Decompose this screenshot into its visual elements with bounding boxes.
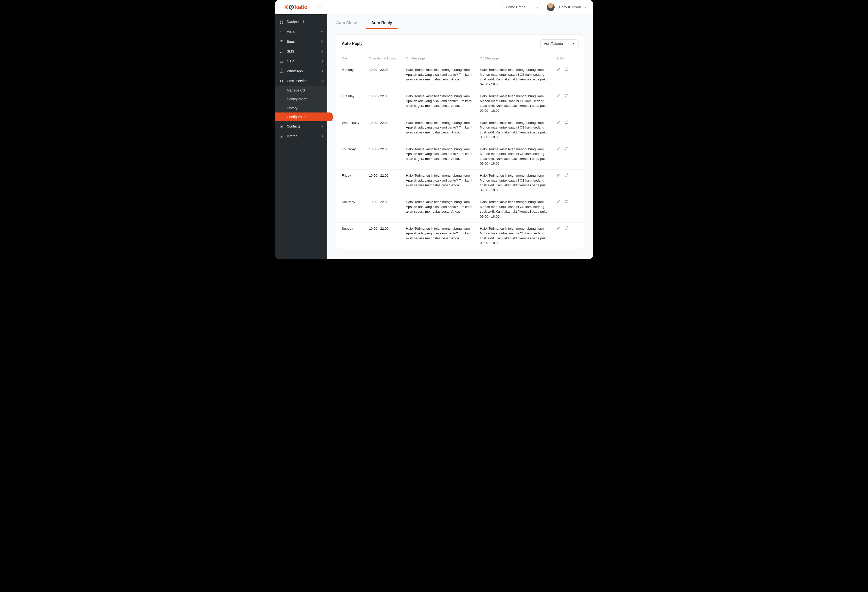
cell-on-message: Halo! Terima kasih telah menghubungi kam… bbox=[406, 199, 480, 214]
repeat-icon[interactable] bbox=[565, 226, 568, 230]
sidebar-item-label: Email bbox=[287, 40, 295, 43]
cell-actions bbox=[556, 147, 579, 151]
svg-point-14 bbox=[281, 135, 282, 136]
cell-off-message: Halo! Terima kasih telah menghubungi kam… bbox=[480, 199, 556, 219]
col-action: Action bbox=[556, 56, 579, 60]
repeat-icon[interactable] bbox=[565, 94, 568, 98]
hamburger-icon[interactable] bbox=[317, 5, 322, 9]
edit-icon[interactable] bbox=[556, 199, 560, 204]
table-row: Sunday10.00 - 22.00Halo! Terima kasih te… bbox=[337, 223, 584, 249]
sidebar-item-label: Cust. Service bbox=[287, 79, 307, 83]
mail-icon bbox=[279, 40, 283, 43]
cell-on-message: Halo! Terima kasih telah menghubungi kam… bbox=[406, 67, 480, 82]
sidebar-item-label: OTP bbox=[287, 59, 294, 63]
col-on-message: On Message bbox=[406, 56, 480, 60]
sidebar: Dashboard Voice Email SMS OTP bbox=[275, 14, 327, 259]
logo: K katto bbox=[284, 4, 307, 10]
repeat-icon[interactable] bbox=[565, 199, 568, 204]
grid-icon bbox=[279, 20, 283, 24]
logo-k: K bbox=[284, 4, 288, 10]
svg-rect-8 bbox=[280, 61, 283, 62]
table-row: Friday10.00 - 22.00Halo! Terima kasih te… bbox=[337, 170, 584, 196]
sidebar-item-label: Voice bbox=[287, 30, 295, 34]
chevron-down-icon bbox=[321, 79, 323, 82]
sidebar-item-dashboard[interactable]: Dashboard bbox=[275, 17, 327, 27]
card-title: Auto Reply bbox=[342, 41, 363, 46]
sidebar-item-email[interactable]: Email bbox=[275, 37, 327, 46]
headset-icon bbox=[279, 79, 283, 83]
sidebar-item-label: Dashboard bbox=[287, 20, 304, 24]
cell-hours: 10.00 - 22.00 bbox=[369, 173, 406, 178]
submenu-history[interactable]: History bbox=[275, 103, 327, 112]
submenu-manage-cs[interactable]: Manage CS bbox=[275, 86, 327, 95]
svg-rect-3 bbox=[280, 20, 281, 21]
card-header: Auto Reply Asia/Jakarta bbox=[337, 34, 584, 53]
cell-actions bbox=[556, 94, 579, 98]
cell-on-message: Halo! Terima kasih telah menghubungi kam… bbox=[406, 173, 480, 188]
org-selector[interactable]: Home Credit bbox=[501, 3, 542, 11]
sidebar-item-voice[interactable]: Voice bbox=[275, 27, 327, 37]
user-selector[interactable]: Dody Kurniadi bbox=[559, 5, 586, 9]
cell-actions bbox=[556, 226, 579, 230]
edit-icon[interactable] bbox=[556, 147, 560, 151]
lock-icon bbox=[279, 59, 283, 63]
table-row: Monday10.00 - 22.00Halo! Terima kasih te… bbox=[337, 64, 584, 90]
cell-actions bbox=[556, 120, 579, 124]
caret-down-icon bbox=[572, 43, 575, 44]
phone-icon bbox=[279, 30, 283, 34]
repeat-icon[interactable] bbox=[565, 173, 568, 177]
chevron-down-icon bbox=[583, 5, 586, 9]
col-day: Day bbox=[342, 56, 369, 60]
contacts-icon bbox=[279, 124, 283, 128]
user-name: Dody Kurniadi bbox=[559, 5, 581, 9]
table-body: Monday10.00 - 22.00Halo! Terima kasih te… bbox=[337, 64, 584, 249]
edit-icon[interactable] bbox=[556, 173, 560, 177]
cell-off-message: Halo! Terima kasih telah menghubungi kam… bbox=[480, 226, 556, 245]
cell-on-message: Halo! Terima kasih telah menghubungi kam… bbox=[406, 94, 480, 108]
tab-auto-close[interactable]: Auto Close bbox=[336, 21, 357, 29]
cell-off-message: Halo! Terima kasih telah menghubungi kam… bbox=[480, 173, 556, 192]
edit-icon[interactable] bbox=[556, 94, 560, 98]
content-area: Auto Close Auto Reply Auto Reply Asia/Ja… bbox=[327, 14, 593, 259]
cell-off-message: Halo! Terima kasih telah menghubungi kam… bbox=[480, 67, 556, 87]
avatar[interactable] bbox=[547, 3, 555, 11]
chevron-right-icon bbox=[320, 60, 323, 62]
repeat-icon[interactable] bbox=[565, 120, 568, 124]
cell-actions bbox=[556, 199, 579, 204]
edit-icon[interactable] bbox=[556, 120, 560, 124]
repeat-icon[interactable] bbox=[565, 147, 568, 151]
cell-on-message: Halo! Terima kasih telah menghubungi kam… bbox=[406, 147, 480, 161]
cell-day: Thursday bbox=[342, 147, 369, 152]
topbar: K katto Home Credit Dody Kurniadi bbox=[275, 0, 593, 14]
sidebar-item-whatsapp[interactable]: WhatsApp bbox=[275, 66, 327, 76]
timezone-value: Asia/Jakarta bbox=[544, 42, 563, 46]
timezone-selector[interactable]: Asia/Jakarta bbox=[540, 40, 579, 48]
org-name: Home Credit bbox=[506, 5, 525, 9]
tab-auto-reply[interactable]: Auto Reply bbox=[371, 21, 392, 29]
sidebar-item-sms[interactable]: SMS bbox=[275, 46, 327, 56]
cell-day: Tuesday bbox=[342, 94, 369, 99]
cell-on-message: Halo! Terima kasih telah menghubungi kam… bbox=[406, 120, 480, 135]
sidebar-item-otp[interactable]: OTP bbox=[275, 56, 327, 66]
sidebar-item-contacts[interactable]: Contacts bbox=[275, 121, 327, 131]
sidebar-item-label: Internal bbox=[287, 134, 298, 138]
chevron-right-icon bbox=[320, 50, 323, 53]
submenu-configuration-active[interactable]: Configuration bbox=[275, 112, 333, 121]
repeat-icon[interactable] bbox=[565, 67, 568, 71]
submenu-configuration-1[interactable]: Configuration bbox=[275, 95, 327, 103]
whatsapp-icon bbox=[279, 69, 283, 73]
table-header: Day Operational Hours On Message Off Mes… bbox=[337, 53, 584, 64]
sidebar-item-internal[interactable]: Internal bbox=[275, 131, 327, 141]
sidebar-item-cust-service[interactable]: Cust. Service bbox=[275, 76, 327, 86]
svg-rect-4 bbox=[282, 20, 283, 21]
body: Dashboard Voice Email SMS OTP bbox=[275, 14, 593, 259]
svg-rect-10 bbox=[280, 81, 280, 82]
edit-icon[interactable] bbox=[556, 226, 560, 230]
edit-icon[interactable] bbox=[556, 67, 560, 71]
col-off-message: Off Message bbox=[480, 56, 556, 60]
auto-reply-card: Auto Reply Asia/Jakarta Day Operational … bbox=[336, 34, 584, 249]
logo-text: katto bbox=[295, 4, 307, 10]
svg-point-13 bbox=[281, 126, 282, 127]
sidebar-item-label: Contacts bbox=[287, 124, 300, 128]
cell-off-message: Halo! Terima kasih telah menghubungi kam… bbox=[480, 94, 556, 113]
